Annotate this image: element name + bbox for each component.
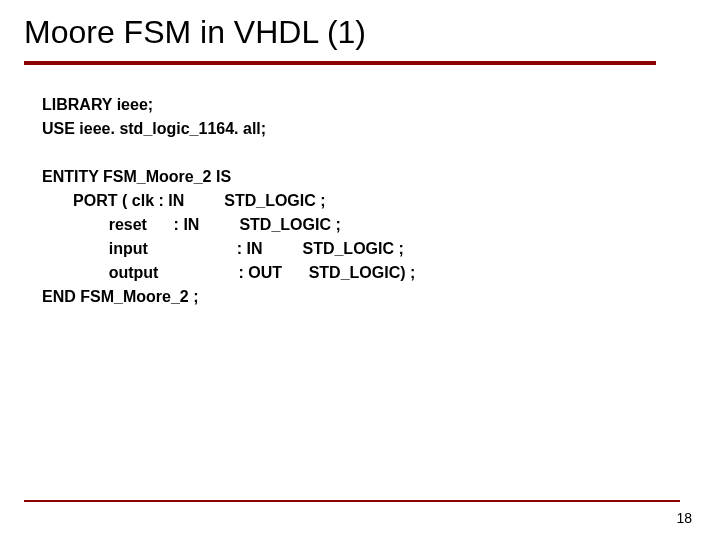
code-line: LIBRARY ieee; bbox=[42, 96, 153, 113]
slide: Moore FSM in VHDL (1) LIBRARY ieee; USE … bbox=[0, 0, 720, 540]
code-line: output : OUT STD_LOGIC) ; bbox=[42, 264, 415, 281]
code-line: ENTITY FSM_Moore_2 IS bbox=[42, 168, 231, 185]
code-line: USE ieee. std_logic_1164. all; bbox=[42, 120, 266, 137]
title-underline bbox=[24, 61, 656, 65]
code-block: LIBRARY ieee; USE ieee. std_logic_1164. … bbox=[24, 93, 696, 309]
slide-title: Moore FSM in VHDL (1) bbox=[24, 14, 696, 51]
page-number: 18 bbox=[676, 510, 692, 526]
footer-line bbox=[24, 500, 680, 502]
code-line: END FSM_Moore_2 ; bbox=[42, 288, 198, 305]
code-line: PORT ( clk : IN STD_LOGIC ; bbox=[42, 192, 326, 209]
code-line: reset : IN STD_LOGIC ; bbox=[42, 216, 341, 233]
code-line: input : IN STD_LOGIC ; bbox=[42, 240, 404, 257]
